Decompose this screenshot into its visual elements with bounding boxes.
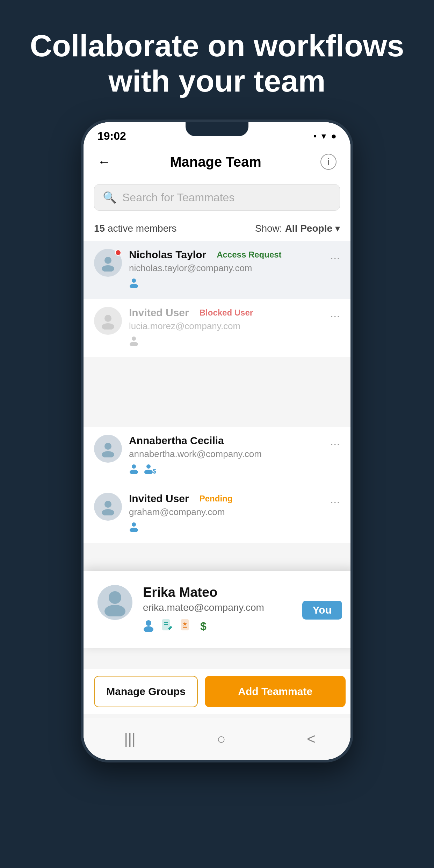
info-icon: i (327, 156, 330, 167)
status-badge: Access Request (212, 249, 286, 261)
status-badge: Blocked User (195, 307, 258, 319)
item-name: Nicholas Taylor (129, 249, 206, 261)
svg-point-20 (104, 605, 125, 616)
item-icons (129, 335, 340, 349)
back-button[interactable]: ← (97, 154, 111, 169)
signal-icon: ▾ (321, 131, 326, 142)
list-item[interactable]: Nicholas Taylor Access Request nicholas.… (84, 241, 350, 299)
list-item[interactable]: Invited User Pending graham@company.com … (84, 485, 350, 543)
search-bar[interactable]: 🔍 Search for Teammates (94, 184, 340, 211)
item-name-row: Annabertha Cecilia (129, 435, 340, 447)
svg-point-10 (132, 464, 136, 469)
avatar (94, 435, 122, 463)
avatar (94, 307, 122, 335)
members-bar: 15 active members Show: All People ▾ (84, 218, 350, 241)
svg-point-5 (102, 323, 114, 330)
svg-point-13 (144, 470, 153, 474)
expanded-name: Erika Mateo (143, 585, 292, 600)
svg-point-11 (130, 470, 138, 474)
red-dot (115, 249, 121, 256)
header: ← Manage Team i (84, 147, 350, 177)
home-icon[interactable]: ○ (217, 731, 225, 747)
item-name: Invited User (129, 493, 189, 505)
item-info: Annabertha Cecilia annabertha.work@compa… (129, 435, 340, 477)
svg-point-16 (102, 509, 114, 515)
svg-point-3 (130, 284, 138, 288)
item-icons (129, 521, 340, 535)
svg-point-6 (132, 337, 136, 341)
chevron-down-icon: ▾ (335, 223, 340, 234)
phone-frame: 19:02 ▪ ▾ ● ← Manage Team i 🔍 Sear (81, 120, 353, 762)
svg-text:$: $ (153, 468, 156, 474)
page-title: Manage Team (170, 154, 261, 170)
wifi-icon: ● (331, 131, 337, 142)
svg-point-9 (102, 451, 114, 457)
dollar-icon: $ (199, 619, 209, 635)
expanded-role-icons: $ (143, 619, 292, 635)
list-item[interactable]: Annabertha Cecilia annabertha.work@compa… (84, 427, 350, 485)
person-icon (129, 277, 139, 291)
list-item[interactable]: Invited User Blocked User lucia.morez@co… (84, 299, 350, 357)
doc-edit-icon (161, 619, 173, 635)
menu-icon[interactable]: ||| (124, 731, 136, 747)
item-email: nicholas.taylor@company.com (129, 263, 340, 274)
svg-point-1 (102, 265, 114, 272)
svg-point-22 (144, 626, 153, 632)
battery-icon: ▪ (313, 131, 317, 142)
item-info: Invited User Blocked User lucia.morez@co… (129, 307, 340, 349)
status-time: 19:02 (97, 130, 126, 143)
expanded-card: Erika Mateo erika.mateo@company.com (84, 571, 350, 648)
search-icon: 🔍 (103, 191, 117, 204)
nav-bar: ||| ○ < (84, 718, 350, 760)
svg-point-18 (130, 528, 138, 532)
item-info: Nicholas Taylor Access Request nicholas.… (129, 249, 340, 291)
person-dollar-icon: $ (144, 463, 157, 477)
phone-screen: 19:02 ▪ ▾ ● ← Manage Team i 🔍 Sear (84, 122, 350, 760)
svg-point-7 (130, 342, 138, 346)
more-options-icon[interactable]: ··· (330, 251, 340, 265)
item-email: lucia.morez@company.com (129, 321, 340, 332)
person-icon (129, 463, 139, 477)
svg-point-2 (132, 279, 136, 283)
item-name-row: Invited User Pending (129, 493, 340, 505)
svg-point-15 (104, 501, 111, 508)
search-input[interactable]: Search for Teammates (122, 191, 234, 204)
status-badge: Pending (195, 493, 238, 505)
item-name-row: Nicholas Taylor Access Request (129, 249, 340, 261)
svg-point-17 (132, 522, 136, 527)
item-info: Invited User Pending graham@company.com (129, 493, 340, 535)
add-teammate-button[interactable]: Add Teammate (205, 676, 346, 707)
more-options-icon[interactable]: ··· (330, 437, 340, 450)
svg-point-4 (104, 315, 111, 322)
hero-title: Collaborate on workflows with your team (2, 0, 432, 120)
bottom-buttons: Manage Groups Add Teammate (84, 669, 350, 714)
more-options-icon[interactable]: ··· (330, 495, 340, 508)
svg-point-19 (109, 591, 121, 604)
item-name: Annabertha Cecilia (129, 435, 224, 447)
svg-point-21 (146, 620, 151, 626)
status-icons: ▪ ▾ ● (313, 131, 337, 142)
members-count-text: 15 active members (94, 223, 177, 234)
item-name: Invited User (129, 307, 189, 319)
item-icons (129, 277, 340, 291)
item-icons: $ (129, 463, 340, 477)
avatar (94, 249, 122, 277)
item-email: graham@company.com (129, 507, 340, 518)
avatar (94, 493, 122, 521)
svg-point-12 (146, 464, 151, 469)
item-email: annabertha.work@company.com (129, 449, 340, 460)
show-filter[interactable]: Show: All People ▾ (255, 223, 340, 234)
notch (186, 122, 248, 136)
expanded-email: erika.mateo@company.com (143, 602, 292, 613)
phone-wrapper: 19:02 ▪ ▾ ● ← Manage Team i 🔍 Sear (81, 120, 353, 811)
expanded-info: Erika Mateo erika.mateo@company.com (143, 585, 292, 635)
svg-point-8 (104, 443, 111, 450)
person-icon (129, 335, 139, 349)
more-options-icon[interactable]: ··· (330, 309, 340, 323)
back-nav-icon[interactable]: < (307, 731, 316, 747)
expanded-avatar (97, 585, 132, 620)
manage-groups-button[interactable]: Manage Groups (94, 676, 198, 707)
you-badge: You (302, 601, 342, 620)
doc-star-icon (180, 619, 192, 635)
info-button[interactable]: i (320, 154, 337, 170)
